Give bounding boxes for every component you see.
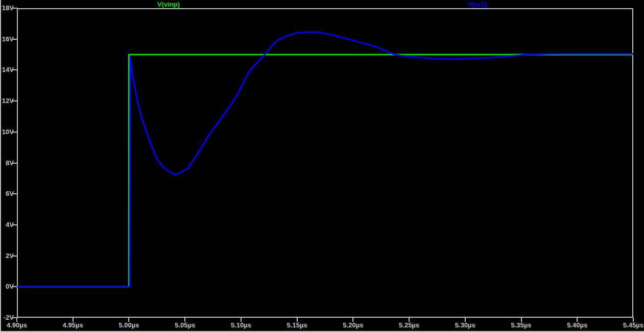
x-tick-label: 5.20µs	[332, 321, 373, 329]
window-left-edge	[0, 0, 1, 332]
legend-trace-vr1[interactable]: V(vr1)	[468, 1, 487, 8]
x-tick-label: 5.45µs	[603, 321, 643, 329]
x-tick-label: 5.10µs	[221, 321, 261, 329]
plot-canvas[interactable]	[17, 8, 633, 318]
x-tick-label: 5.40µs	[557, 321, 598, 329]
x-tick-label: 5.25µs	[389, 321, 430, 329]
y-tick-label: 2V	[0, 252, 14, 260]
x-tick-label: 5.35µs	[501, 321, 542, 329]
y-tick-label: 4V	[0, 221, 14, 228]
waveform-viewer: V(vinp) V(vr1) 18V16V14V12V10V8V6V4V2V0V…	[0, 0, 644, 332]
y-tick-label: 0V	[0, 283, 14, 290]
y-tick-label: 12V	[0, 97, 14, 105]
legend-trace-vinp[interactable]: V(vinp)	[157, 1, 180, 8]
y-tick-label: 14V	[0, 66, 14, 73]
trace-V(vr1)	[17, 32, 633, 287]
y-tick-label: 8V	[0, 159, 14, 167]
x-tick-label: 5.05µs	[164, 321, 205, 329]
x-tick-label: 5.00µs	[108, 321, 149, 329]
x-tick-label: 5.30µs	[445, 321, 486, 329]
x-tick-label: 5.15µs	[277, 321, 318, 329]
y-tick-label: 16V	[0, 35, 14, 43]
x-tick-label: 4.90µs	[0, 321, 37, 329]
y-tick-label: 6V	[0, 190, 14, 197]
y-tick-label: 18V	[0, 4, 14, 12]
x-tick-label: 4.95µs	[53, 321, 93, 329]
y-tick-label: 10V	[0, 128, 14, 136]
trace-V(vinp)	[17, 55, 633, 287]
y-tick-label: -2V	[0, 314, 14, 321]
